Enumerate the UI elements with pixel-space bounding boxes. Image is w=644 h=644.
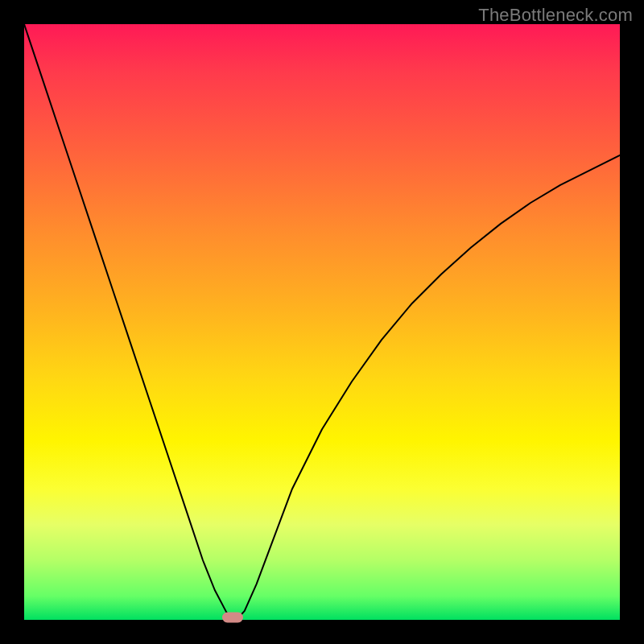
curve-svg	[24, 24, 620, 620]
chart-frame: TheBottleneck.com	[0, 0, 644, 644]
watermark-text: TheBottleneck.com	[478, 5, 633, 26]
optimal-point-marker	[222, 613, 243, 623]
bottleneck-curve	[24, 24, 620, 617]
plot-area	[24, 24, 620, 620]
